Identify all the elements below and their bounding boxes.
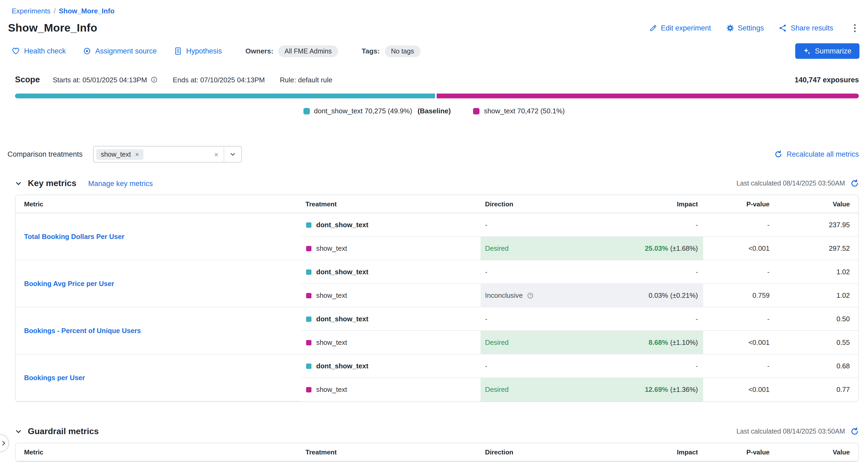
share-results-button[interactable]: Share results: [779, 24, 833, 32]
metric-value: 0.50: [836, 315, 850, 323]
impact-value: -: [696, 315, 698, 323]
refresh-icon[interactable]: [850, 179, 859, 188]
header-actions: Edit experiment Settings Share results ⋮: [649, 23, 860, 32]
metric-link[interactable]: Bookings - Percent of Unique Users: [24, 327, 141, 335]
p-value: <0.001: [748, 244, 770, 253]
tab-hypothesis[interactable]: Hypothesis: [174, 47, 222, 55]
comparison-treatments-select[interactable]: show_text × ×: [93, 146, 242, 163]
key-metrics-title: Key metrics: [28, 178, 76, 188]
recalculate-all-metrics-button[interactable]: Recalculate all metrics: [774, 150, 859, 158]
direction-value: -: [485, 221, 488, 229]
owners-label: Owners:: [245, 47, 273, 55]
summarize-button[interactable]: Summarize: [795, 43, 860, 59]
last-calculated-group: Last calculated 08/14/2025 03:50AM: [736, 179, 859, 188]
tags-group: Tags: No tags: [362, 45, 421, 57]
tags-chip: No tags: [384, 45, 421, 57]
settings-button[interactable]: Settings: [726, 24, 764, 32]
p-value: -: [767, 362, 770, 370]
side-panel-toggle[interactable]: [0, 434, 9, 452]
legend-baseline-suffix: (Baseline): [417, 107, 451, 115]
p-value: <0.001: [748, 386, 770, 394]
target-icon: [83, 47, 91, 55]
tab-assignment-source-label: Assignment source: [95, 47, 157, 55]
clear-selection-icon[interactable]: ×: [209, 150, 224, 158]
tab-hypothesis-label: Hypothesis: [186, 47, 222, 55]
header-tabs: Health check Assignment source Hypothesi…: [12, 47, 222, 55]
edit-experiment-label: Edit experiment: [661, 24, 711, 32]
metric-value: 0.55: [836, 338, 850, 346]
kebab-menu-icon[interactable]: ⋮: [850, 23, 860, 32]
tab-assignment-source[interactable]: Assignment source: [83, 47, 157, 55]
table-row: Booking Avg Price per User dont_show_tex…: [16, 260, 858, 283]
direction-value: Inconclusive?: [485, 291, 534, 299]
p-value: -: [767, 221, 770, 229]
table-header-row: Metric Treatment Direction Impact P-valu…: [16, 443, 858, 461]
treatment-name: show_text: [316, 338, 347, 346]
guardrail-metrics-table: Metric Treatment Direction Impact P-valu…: [16, 443, 858, 461]
remove-chip-icon[interactable]: ×: [135, 151, 139, 158]
impact-confidence-interval: (±1.10%): [670, 338, 698, 346]
pencil-icon: [649, 24, 657, 32]
key-metrics-table-card: Metric Treatment Direction Impact P-valu…: [15, 195, 859, 402]
last-calculated-group: Last calculated 08/14/2025 03:50AM: [736, 427, 859, 436]
baseline-bar-segment: [15, 94, 435, 98]
tab-health-check[interactable]: Health check: [12, 47, 66, 55]
manage-key-metrics-link[interactable]: Manage key metrics: [88, 179, 153, 188]
impact-percent: 12.69%: [645, 386, 668, 394]
chevron-down-icon[interactable]: [224, 151, 242, 158]
selected-treatment-chip: show_text ×: [97, 149, 144, 160]
treatment-swatch: [306, 387, 311, 393]
treatment-swatch: [306, 363, 311, 369]
metric-value: 237.95: [829, 221, 850, 229]
edit-experiment-button[interactable]: Edit experiment: [649, 24, 711, 32]
metric-link[interactable]: Booking Avg Price per User: [24, 280, 114, 288]
impact-value: -: [696, 362, 698, 370]
breadcrumb-experiments-link[interactable]: Experiments: [12, 7, 51, 15]
impact-value: -: [696, 221, 698, 229]
impact-confidence-interval: (±1.36%): [670, 386, 698, 394]
table-row: Bookings - Percent of Unique Users dont_…: [16, 307, 858, 331]
bar-legend: dont_show_text 70,275 (49.9%) (Baseline)…: [0, 107, 868, 115]
metric-value: 1.02: [836, 268, 850, 276]
breadcrumb-current-link[interactable]: Show_More_Info: [59, 7, 115, 15]
legend-treatment-label: show_text 70,472 (50.1%): [484, 107, 565, 115]
treatment-name: show_text: [316, 244, 347, 253]
column-header-value: Value: [775, 195, 858, 213]
metric-link[interactable]: Total Booking Dollars Per User: [24, 233, 124, 241]
refresh-icon[interactable]: [850, 427, 859, 436]
refresh-icon: [774, 150, 782, 158]
p-value: 0.759: [752, 291, 770, 299]
metric-link[interactable]: Bookings per User: [24, 374, 85, 382]
metric-value: 0.68: [836, 362, 850, 370]
treatment-swatch: [306, 340, 311, 345]
collapse-chevron-icon[interactable]: [15, 428, 22, 435]
legend-item-treatment: show_text 70,472 (50.1%): [473, 107, 565, 115]
comparison-row: Comparison treatments show_text × × Reca…: [7, 146, 859, 163]
table-row: Bookings per User dont_show_text - - - 0…: [16, 354, 858, 378]
treatment-swatch: [473, 108, 480, 114]
impact-confidence-interval: (±1.68%): [670, 244, 698, 253]
column-header-treatment: Treatment: [301, 195, 481, 213]
table-row: Total Booking Dollars Per User dont_show…: [16, 213, 858, 237]
meta-row: Health check Assignment source Hypothesi…: [0, 34, 868, 59]
column-header-metric: Metric: [16, 195, 301, 213]
settings-label: Settings: [738, 24, 764, 32]
treatment-name: dont_show_text: [316, 221, 368, 229]
info-icon[interactable]: [150, 76, 158, 83]
p-value: -: [767, 315, 770, 323]
metric-value: 297.52: [829, 244, 850, 253]
collapse-chevron-icon[interactable]: [15, 180, 22, 187]
share-icon: [779, 24, 787, 32]
legend-baseline-label: dont_show_text 70,275 (49.9%): [314, 107, 412, 115]
column-header-impact: Impact: [616, 195, 704, 213]
guardrail-metrics-title: Guardrail metrics: [28, 427, 99, 436]
p-value: <0.001: [748, 338, 770, 346]
treatment-name: dont_show_text: [316, 362, 368, 370]
direction-value: Desired: [485, 338, 509, 346]
document-icon: [174, 47, 182, 55]
breadcrumb: Experiments/Show_More_Info: [0, 0, 868, 15]
baseline-swatch: [303, 108, 310, 114]
treatment-name: dont_show_text: [316, 268, 368, 276]
impact-percent: 0.03%: [649, 291, 668, 299]
question-circle-icon[interactable]: ?: [527, 292, 534, 299]
